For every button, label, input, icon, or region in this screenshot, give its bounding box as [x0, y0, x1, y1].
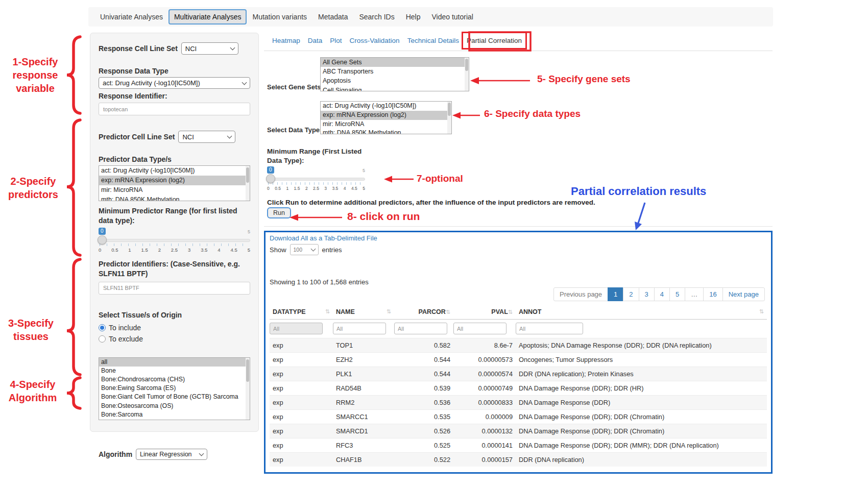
table-row[interactable]: exp RAD54B 0.539 0.00000749 DNA Damage R… — [270, 381, 767, 396]
nav-search-ids[interactable]: Search IDs — [353, 9, 400, 25]
predictor-identifiers-label: Predictor Identifiers: (Case-Sensitive, … — [99, 259, 250, 279]
cell-annot: Oncogenes; Tumor Suppressors — [516, 353, 767, 367]
slider-track[interactable] — [267, 178, 365, 181]
min-predictor-range-label: Minimum Predictor Range (for first liste… — [99, 206, 250, 226]
download-all-link[interactable]: Download All as a Tab-Delimited File — [270, 234, 377, 242]
list-item[interactable]: Peripheral_Nervous_System — [99, 419, 250, 420]
nav-video-tutorial[interactable]: Video tutorial — [426, 9, 479, 25]
slider-handle[interactable] — [98, 235, 107, 245]
list-item[interactable]: Bone:Sarcoma — [99, 410, 250, 419]
table-row[interactable]: exp CHAF1B 0.522 0.0000157 DDR (DNA repl… — [270, 453, 767, 467]
table-row[interactable]: exp RFC3 0.525 0.0000141 DNA Damage Resp… — [270, 438, 767, 453]
algorithm-select[interactable]: Linear Regression — [136, 449, 207, 460]
scrollbar[interactable] — [246, 358, 250, 420]
page-button-3[interactable]: 3 — [639, 287, 655, 301]
radio-exclude[interactable] — [99, 335, 106, 343]
col-header-name[interactable]: NAME ⇅ — [333, 305, 394, 320]
table-row[interactable]: exp SMARCC1 0.535 0.000009 DNA Damage Re… — [270, 410, 767, 424]
tab-cross-validation[interactable]: Cross-Validation — [350, 37, 400, 44]
response-cell-line-set-select[interactable]: NCI — [181, 42, 238, 55]
list-item[interactable]: exp: mRNA Expression (log2) — [321, 111, 451, 120]
page-button-2[interactable]: 2 — [623, 287, 639, 301]
tab-plot[interactable]: Plot — [330, 37, 342, 44]
nav-univariate-analyses[interactable]: Univariate Analyses — [94, 9, 168, 25]
response-data-type-select[interactable]: act: Drug Activity (-log10[IC50M]) — [99, 77, 250, 89]
scrollbar[interactable] — [246, 166, 250, 201]
list-item[interactable]: Cell Signaling — [321, 86, 469, 91]
table-row[interactable]: exp TOP1 0.582 8.6e-7 Apoptosis; DNA Dam… — [270, 338, 767, 353]
list-item[interactable]: mth: DNA 850K Methylation — [321, 129, 451, 134]
tissue-exclude-option[interactable]: To exclude — [99, 335, 250, 343]
response-identifier-input[interactable] — [99, 103, 250, 115]
col-header-datatype[interactable]: DATATYPE ⇅ — [270, 305, 333, 320]
tab-partial-correlation[interactable]: Partial Correlation — [467, 37, 522, 44]
list-item[interactable]: Bone:Osteosarcoma (OS) — [99, 402, 250, 410]
show-entries-select[interactable]: 100 — [290, 244, 319, 255]
showing-entries-text: Showing 1 to 100 of 1,568 entries — [270, 278, 369, 286]
nav-multivariate-analyses[interactable]: Multivariate Analyses — [168, 9, 247, 25]
table-row[interactable]: exp SMARCD1 0.526 0.0000132 DNA Damage R… — [270, 424, 767, 438]
slider-track[interactable] — [99, 239, 250, 242]
list-item[interactable]: Bone:Giant Cell Tumor of Bone (GCTB) Sar… — [99, 393, 250, 401]
table-row[interactable]: exp PLK1 0.544 0.00000574 DDR (DNA repli… — [270, 367, 767, 381]
table-row[interactable]: exp RRM2 0.536 0.00000833 DNA Damage Res… — [270, 396, 767, 410]
scrollbar[interactable] — [465, 58, 469, 91]
radio-include[interactable] — [99, 324, 106, 331]
cell-datatype: exp — [270, 438, 333, 453]
col-header-annot[interactable]: ANNOT ⇅ — [516, 305, 767, 320]
sort-icon[interactable]: ⇅ — [325, 308, 330, 315]
next-page-button[interactable]: Next page — [722, 287, 765, 301]
page-button-4[interactable]: 4 — [654, 287, 670, 301]
nav-mutation-variants[interactable]: Mutation variants — [247, 9, 312, 25]
page-button-16[interactable]: 16 — [703, 287, 722, 301]
analysis-tabs: Heatmap Data Plot Cross-Validation Techn… — [264, 32, 773, 51]
list-item[interactable]: act: Drug Activity (-log10[IC50M]) — [99, 166, 250, 176]
tab-data[interactable]: Data — [308, 37, 323, 44]
scrollbar-thumb[interactable] — [246, 359, 249, 382]
list-item[interactable]: Bone:Ewing Sarcoma (ES) — [99, 384, 250, 393]
sort-icon[interactable]: ⇅ — [387, 308, 391, 315]
tab-heatmap[interactable]: Heatmap — [272, 37, 300, 44]
filter-annot-input[interactable] — [516, 323, 583, 334]
list-item[interactable]: Bone:Chondrosarcoma (CHS) — [99, 375, 250, 384]
list-item[interactable]: exp: mRNA Expression (log2) — [99, 176, 250, 185]
filter-pval-input[interactable] — [453, 323, 507, 334]
sort-icon[interactable]: ⇅ — [446, 309, 450, 315]
scrollbar-thumb[interactable] — [465, 59, 468, 71]
nav-metadata[interactable]: Metadata — [312, 9, 353, 25]
sort-icon[interactable]: ⇅ — [508, 309, 513, 315]
scrollbar-thumb[interactable] — [246, 167, 249, 183]
tissue-exclude-label: To exclude — [109, 335, 143, 343]
filter-name-input[interactable] — [333, 323, 386, 334]
slider-handle[interactable] — [266, 174, 275, 183]
page-button-5[interactable]: 5 — [669, 287, 685, 301]
list-item[interactable]: mir: MicroRNA — [321, 120, 451, 129]
list-item[interactable]: Bone — [99, 367, 250, 375]
run-button[interactable]: Run — [267, 207, 291, 218]
list-item[interactable]: all — [99, 358, 250, 367]
predictor-identifiers-input[interactable] — [99, 282, 250, 295]
list-item[interactable]: act: Drug Activity (-log10[IC50M]) — [321, 102, 451, 111]
sort-icon[interactable]: ⇅ — [759, 308, 764, 315]
tab-technical-details[interactable]: Technical Details — [407, 37, 459, 44]
col-header-pval[interactable]: PVAL⇅ — [453, 305, 516, 320]
list-item[interactable]: All Gene Sets — [321, 58, 469, 67]
list-item[interactable]: mth: DNA 850K Methylation — [99, 195, 250, 201]
page-button-1[interactable]: 1 — [608, 287, 623, 301]
nav-help[interactable]: Help — [400, 9, 426, 25]
filter-datatype-input[interactable] — [270, 323, 323, 334]
scrollbar-thumb[interactable] — [448, 103, 451, 116]
list-item[interactable]: mir: MicroRNA — [99, 185, 250, 195]
cell-annot: DNA Damage Response (DDR); DDR (HR) — [516, 381, 767, 396]
filter-parcor-input[interactable] — [394, 323, 447, 334]
gene-sets-field: Select Gene Sets All Gene Sets ABC Trans… — [267, 57, 469, 91]
list-item[interactable]: Apoptosis — [321, 76, 469, 85]
scrollbar[interactable] — [447, 102, 451, 134]
col-header-parcor[interactable]: PARCOR⇅ — [394, 305, 453, 320]
predictor-cell-line-set-select[interactable]: NCI — [178, 131, 235, 143]
cell-datatype: exp — [270, 381, 333, 396]
list-item[interactable]: ABC Transporters — [321, 67, 469, 76]
previous-page-button[interactable]: Previous page — [553, 287, 608, 301]
tissue-include-option[interactable]: To include — [99, 324, 250, 332]
table-row[interactable]: exp EZH2 0.544 0.00000573 Oncogenes; Tum… — [270, 353, 767, 367]
